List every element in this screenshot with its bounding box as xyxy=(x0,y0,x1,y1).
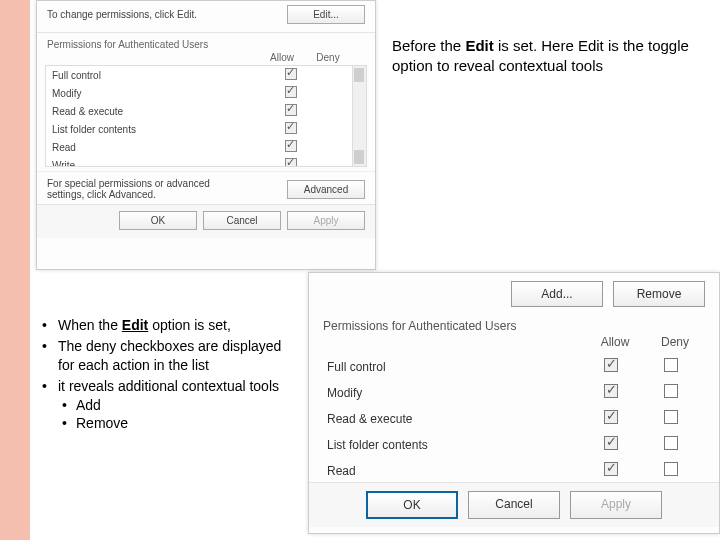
allow-checkbox xyxy=(285,86,297,98)
scroll-down-icon[interactable] xyxy=(354,150,364,164)
bullet-item: The deny checkboxes are displayed for ea… xyxy=(40,337,290,375)
deny-checkbox[interactable] xyxy=(664,384,678,398)
add-button[interactable]: Add... xyxy=(511,281,603,307)
perm-row: Full control xyxy=(323,353,705,379)
perm-row: List folder contents xyxy=(323,431,705,457)
perm-row: Read & execute xyxy=(46,102,366,120)
permissions-label-2: Permissions for Authenticated Users xyxy=(309,315,719,335)
change-permissions-text: To change permissions, click Edit. xyxy=(47,9,197,20)
permissions-dialog-before: To change permissions, click Edit. Edit.… xyxy=(36,0,376,270)
edit-button[interactable]: Edit... xyxy=(287,5,365,24)
apply-button[interactable]: Apply xyxy=(287,211,365,230)
sub-bullet: Add xyxy=(58,396,290,415)
cancel-button[interactable]: Cancel xyxy=(203,211,281,230)
col-deny-2: Deny xyxy=(645,335,705,349)
ok-button[interactable]: OK xyxy=(119,211,197,230)
col-allow-2: Allow xyxy=(585,335,645,349)
allow-checkbox[interactable] xyxy=(604,436,618,450)
allow-checkbox[interactable] xyxy=(604,410,618,424)
apply-button-2[interactable]: Apply xyxy=(570,491,662,519)
deny-checkbox[interactable] xyxy=(664,410,678,424)
permissions-list-2: Full control Modify Read & execute List … xyxy=(323,353,705,483)
perm-row: List folder contents xyxy=(46,120,366,138)
bullet-item: it reveals additional contextual tools A… xyxy=(40,377,290,434)
deny-checkbox[interactable] xyxy=(664,462,678,476)
perm-row: Read xyxy=(323,457,705,483)
slide: To change permissions, click Edit. Edit.… xyxy=(0,0,720,540)
allow-checkbox xyxy=(285,104,297,116)
perm-row: Modify xyxy=(323,379,705,405)
advanced-button[interactable]: Advanced xyxy=(287,180,365,199)
advanced-text: For special permissions or advanced sett… xyxy=(47,178,247,200)
perm-row: Modify xyxy=(46,84,366,102)
permissions-label: Permissions for Authenticated Users xyxy=(37,33,375,52)
bullet-item: When the Edit option is set, xyxy=(40,316,290,335)
allow-checkbox[interactable] xyxy=(604,462,618,476)
allow-checkbox xyxy=(285,140,297,152)
permissions-dialog-after: Add... Remove Permissions for Authentica… xyxy=(308,272,720,534)
cancel-button-2[interactable]: Cancel xyxy=(468,491,560,519)
scrollbar[interactable] xyxy=(352,66,366,166)
bullet-list: When the Edit option is set, The deny ch… xyxy=(40,316,290,435)
allow-checkbox xyxy=(285,122,297,134)
perm-row: Full control xyxy=(46,66,366,84)
col-allow: Allow xyxy=(259,52,305,63)
sub-bullet: Remove xyxy=(58,414,290,433)
ok-button-2[interactable]: OK xyxy=(366,491,458,519)
allow-checkbox[interactable] xyxy=(604,384,618,398)
allow-checkbox xyxy=(285,68,297,80)
allow-checkbox[interactable] xyxy=(604,358,618,372)
remove-button[interactable]: Remove xyxy=(613,281,705,307)
permissions-list: Full control Modify Read & execute List … xyxy=(45,65,367,167)
deny-checkbox[interactable] xyxy=(664,436,678,450)
perm-row: Write xyxy=(46,156,366,167)
perm-row: Read xyxy=(46,138,366,156)
scroll-up-icon[interactable] xyxy=(354,68,364,82)
col-deny: Deny xyxy=(305,52,351,63)
deny-checkbox[interactable] xyxy=(664,358,678,372)
allow-checkbox xyxy=(285,158,297,167)
perm-row: Read & execute xyxy=(323,405,705,431)
annotation-top: Before the Edit is set. Here Edit is the… xyxy=(392,36,692,75)
